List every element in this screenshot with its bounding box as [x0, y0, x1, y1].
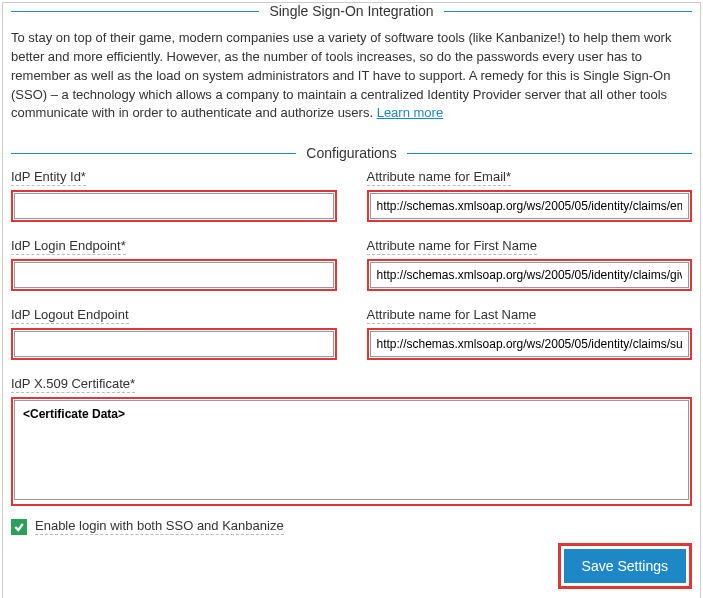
configurations-section: Configurations IdP Entity Id* IdP Login …	[11, 145, 692, 589]
cert-label: IdP X.509 Certificate*	[11, 376, 135, 393]
cert-input[interactable]	[14, 400, 689, 500]
enable-both-checkbox[interactable]	[11, 519, 27, 535]
attr-firstname-input[interactable]	[370, 262, 690, 288]
attr-email-label: Attribute name for Email*	[367, 169, 512, 186]
attr-email-input[interactable]	[370, 193, 690, 219]
attr-lastname-label: Attribute name for Last Name	[367, 307, 537, 324]
section-title: Single Sign-On Integration	[259, 3, 443, 19]
idp-entity-id-label: IdP Entity Id*	[11, 169, 86, 186]
idp-logout-endpoint-label: IdP Logout Endpoint	[11, 307, 129, 324]
attr-lastname-input[interactable]	[370, 331, 690, 357]
idp-entity-id-input[interactable]	[14, 193, 334, 219]
learn-more-link[interactable]: Learn more	[377, 105, 443, 120]
idp-logout-endpoint-input[interactable]	[14, 331, 334, 357]
idp-login-endpoint-label: IdP Login Endpoint*	[11, 238, 126, 255]
section-description: To stay on top of their game, modern com…	[11, 27, 692, 133]
idp-login-endpoint-input[interactable]	[14, 262, 334, 288]
attr-firstname-label: Attribute name for First Name	[367, 238, 538, 255]
configurations-title: Configurations	[296, 145, 406, 161]
save-settings-button[interactable]: Save Settings	[564, 549, 686, 583]
enable-both-label: Enable login with both SSO and Kanbanize	[35, 518, 284, 535]
sso-integration-section: Single Sign-On Integration To stay on to…	[11, 3, 692, 133]
check-icon	[13, 521, 25, 533]
